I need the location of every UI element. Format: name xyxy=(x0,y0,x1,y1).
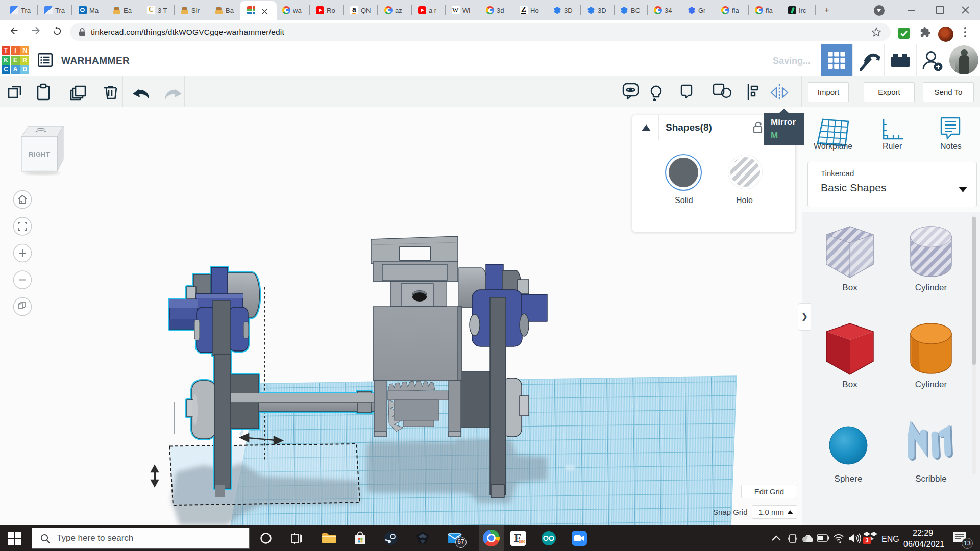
svg-text:Cylinder: Cylinder xyxy=(915,380,947,389)
svg-text:Box: Box xyxy=(842,380,857,389)
svg-text:Box: Box xyxy=(842,283,857,292)
svg-text:Scribble: Scribble xyxy=(915,474,946,484)
svg-text:Sphere: Sphere xyxy=(835,474,863,484)
svg-text:Cylinder: Cylinder xyxy=(915,283,947,292)
svg-text:RIGHT: RIGHT xyxy=(29,151,51,158)
